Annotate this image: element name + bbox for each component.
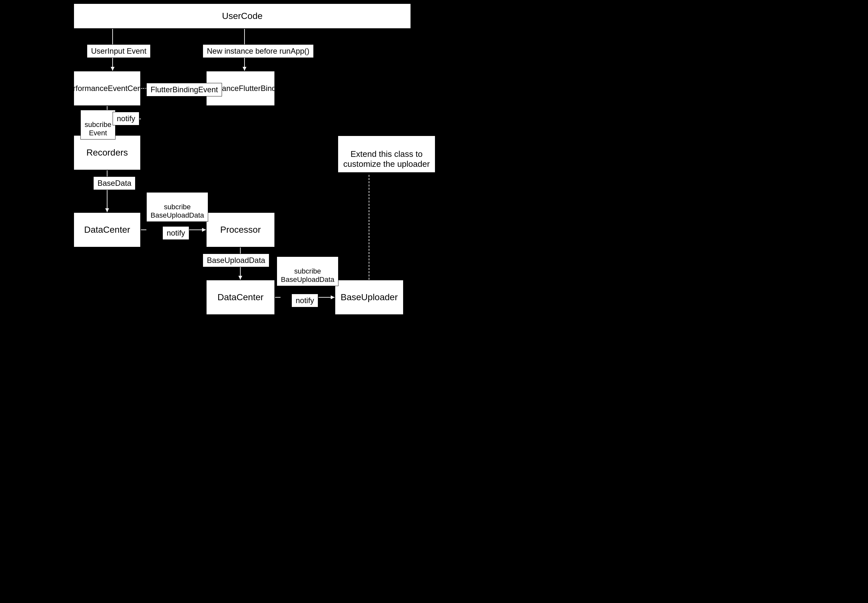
usercode-box: UserCode	[73, 3, 411, 29]
notify-bottom-label: notify	[291, 294, 318, 307]
usercode-label: UserCode	[222, 11, 262, 21]
datacenter-bottom-box: DataCenter	[206, 280, 275, 315]
processor-box: Processor	[206, 212, 275, 247]
svg-marker-3	[243, 67, 246, 71]
notify-mid-label: notify	[163, 226, 189, 240]
recorders-box: Recorders	[73, 135, 141, 170]
userinput-event-label: UserInput Event	[87, 44, 150, 58]
baseuploader-label: BaseUploader	[341, 292, 398, 303]
basedata-label: BaseData	[93, 176, 135, 190]
subcribe-baseuploaddata-top-label: subcribe BaseUploadData	[146, 192, 208, 222]
processor-label: Processor	[220, 225, 260, 235]
extend-class-label: Extend this class to customize the uploa…	[338, 136, 435, 173]
baseuploader-box: BaseUploader	[335, 280, 404, 315]
baseuploaddata-top-label: BaseUploadData	[203, 254, 269, 267]
recorders-label: Recorders	[86, 147, 128, 158]
datacenter-top-label: DataCenter	[84, 225, 130, 235]
datacenter-bottom-label: DataCenter	[217, 292, 264, 303]
performance-event-center-box: PerformanceEventCenter	[73, 71, 141, 106]
performance-event-center-label: PerformanceEventCenter	[64, 84, 151, 93]
svg-marker-16	[202, 228, 206, 232]
svg-marker-22	[331, 295, 335, 299]
subcribe-event-label: subcribe Event	[81, 110, 116, 139]
svg-marker-1	[111, 67, 115, 71]
flutter-binding-event-label: FlutterBindingEvent	[146, 83, 222, 96]
svg-marker-19	[239, 276, 242, 280]
datacenter-top-box: DataCenter	[73, 212, 141, 247]
notify-top-label: notify	[113, 112, 139, 125]
subcribe-baseuploaddata-bottom-label: subcribe BaseUploadData	[277, 257, 338, 286]
svg-marker-13	[105, 208, 109, 212]
new-instance-label: New instance before runApp()	[203, 44, 314, 58]
